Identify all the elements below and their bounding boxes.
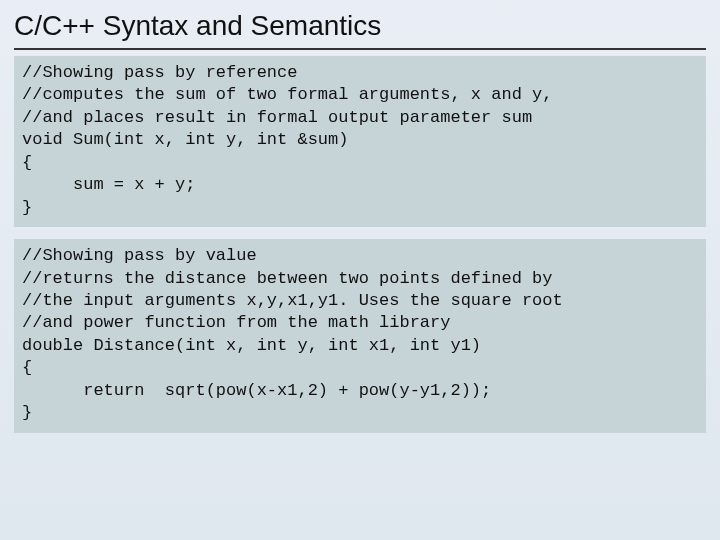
slide: C/C++ Syntax and Semantics //Showing pas… [0, 0, 720, 540]
code-block-pass-by-reference: //Showing pass by reference //computes t… [14, 56, 706, 227]
title-underline [14, 48, 706, 50]
page-title: C/C++ Syntax and Semantics [14, 10, 706, 42]
code-block-pass-by-value: //Showing pass by value //returns the di… [14, 239, 706, 433]
